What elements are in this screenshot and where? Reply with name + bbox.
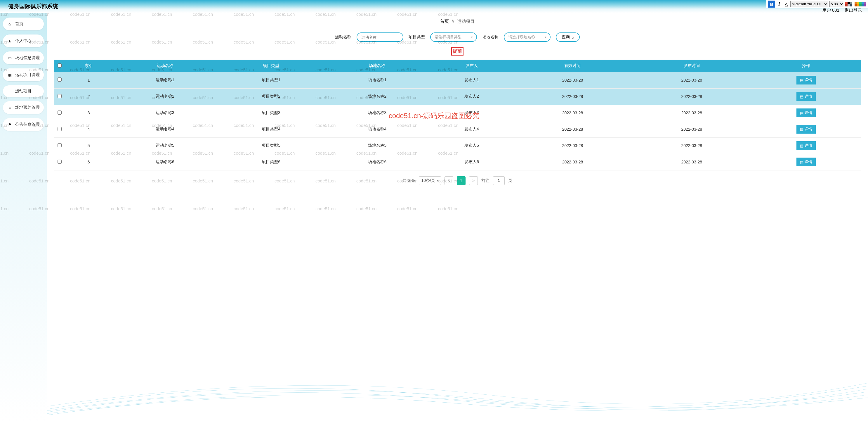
table-header-cell: 项目类型 <box>218 60 324 72</box>
color-swatch[interactable] <box>855 2 857 4</box>
sidebar-item[interactable]: ⚑公告信息管理⌄ <box>3 118 44 131</box>
prev-page-button[interactable]: < <box>444 176 453 185</box>
detail-button[interactable]: ▤详情 <box>797 92 816 101</box>
filter-type-label: 项目类型 <box>409 34 425 40</box>
detail-button[interactable]: ▤详情 <box>797 125 816 134</box>
chevron-down-icon: ▾ <box>471 35 473 39</box>
color-swatch[interactable] <box>862 4 864 6</box>
table-header-cell: 发布时间 <box>632 60 751 72</box>
row-checkbox[interactable] <box>58 78 62 82</box>
data-table: 索引运动名称项目类型场地名称发布人有效时间发布时间操作 1运动名称1项目类型1场… <box>54 60 861 170</box>
sidebar-item[interactable]: ▲个人中心⌄ <box>3 34 44 47</box>
detail-button[interactable]: ▤详情 <box>797 141 816 150</box>
color-swatch[interactable] <box>859 2 862 4</box>
pagination-total: 共 6 条 <box>402 178 415 183</box>
table-cell: ▤详情 <box>751 154 861 170</box>
color-swatch[interactable] <box>850 4 852 6</box>
breadcrumb-sep: // <box>452 19 454 24</box>
color-swatch[interactable] <box>852 2 855 4</box>
table-cell: 项目类型1 <box>218 72 324 88</box>
table-header-cell: 操作 <box>751 60 861 72</box>
row-checkbox[interactable] <box>58 111 62 115</box>
color-swatch[interactable] <box>862 2 864 4</box>
table-cell: 2022-03-28 <box>632 137 751 154</box>
font-color-button[interactable]: A <box>783 1 789 7</box>
filter-name-input[interactable] <box>356 32 403 42</box>
color-swatch[interactable] <box>845 4 847 6</box>
color-swatch[interactable] <box>864 2 866 4</box>
select-all-checkbox[interactable] <box>58 63 62 67</box>
filter-type-select[interactable]: 请选择项目类型▾ <box>430 32 477 42</box>
detail-button[interactable]: ▤详情 <box>797 158 816 166</box>
sidebar-item[interactable]: ▦运动项目管理⌄ <box>3 68 44 81</box>
advance-badge: 提前 <box>451 47 464 56</box>
table-cell: 运动名称5 <box>112 137 218 154</box>
goto-suffix: 页 <box>508 178 512 183</box>
table-cell: 运动名称2 <box>112 88 218 105</box>
sidebar-item[interactable]: ≡场地预约管理⌄ <box>3 101 44 114</box>
filter-venue-select[interactable]: 请选择场地名称▾ <box>504 32 551 42</box>
color-swatch[interactable] <box>859 4 862 6</box>
table-body: 1运动名称1项目类型1场地名称1发布人12022-03-282022-03-28… <box>54 72 861 170</box>
bold-button[interactable]: B <box>768 1 775 8</box>
font-family-select[interactable]: Microsoft YaHei UI <box>790 1 828 7</box>
page-size-select[interactable]: 10条/页▾ <box>419 176 441 185</box>
row-checkbox[interactable] <box>58 143 62 147</box>
table-cell: 2022-03-28 <box>513 154 632 170</box>
table-cell: 发布人5 <box>430 137 513 154</box>
breadcrumb-home[interactable]: 首页 <box>440 19 449 24</box>
next-page-button[interactable]: > <box>469 176 478 185</box>
filter-name-label: 运动名称 <box>335 34 351 40</box>
color-swatch[interactable] <box>847 2 850 4</box>
color-swatch[interactable] <box>857 4 859 6</box>
color-swatch[interactable] <box>845 2 847 4</box>
row-checkbox[interactable] <box>58 127 62 131</box>
row-checkbox[interactable] <box>58 94 62 98</box>
table-cell: 场地名称5 <box>324 137 430 154</box>
detail-icon: ▤ <box>800 111 803 115</box>
color-swatch[interactable] <box>847 4 850 6</box>
detail-button[interactable]: ▤详情 <box>797 109 816 117</box>
sidebar-sub-item[interactable]: 运动项目 <box>3 85 44 97</box>
sidebar-item[interactable]: ▭场地信息管理⌄ <box>3 52 44 64</box>
query-button[interactable]: 查询⌕ <box>556 32 580 42</box>
list-icon: ≡ <box>7 105 12 110</box>
color-swatch[interactable] <box>855 4 857 6</box>
sidebar-item-label: 运动项目管理 <box>15 72 40 78</box>
table-header-cell <box>54 60 65 72</box>
table-cell: 项目类型3 <box>218 105 324 121</box>
sidebar-item[interactable]: ⌂首页 <box>3 18 44 30</box>
detail-button[interactable]: ▤详情 <box>797 76 816 84</box>
goto-page-input[interactable] <box>493 176 505 185</box>
table-cell: 发布人3 <box>430 105 513 121</box>
table-header-cell: 索引 <box>65 60 112 72</box>
filter-bar: 运动名称 项目类型 请选择项目类型▾ 场地名称 请选择场地名称▾ 查询⌕ <box>54 32 861 42</box>
table-cell: 场地名称1 <box>324 72 430 88</box>
grid-icon: ▦ <box>7 72 12 78</box>
sidebar-item-label: 场地预约管理 <box>15 105 40 110</box>
color-swatch[interactable] <box>852 4 855 6</box>
breadcrumb-current: 运动项目 <box>457 19 474 24</box>
row-checkbox[interactable] <box>58 160 62 164</box>
logout-link[interactable]: 退出登录 <box>845 8 862 13</box>
color-swatches[interactable] <box>845 2 866 6</box>
table-cell: 场地名称4 <box>324 121 430 137</box>
chevron-down-icon: ⌄ <box>37 73 40 77</box>
color-swatch[interactable] <box>850 2 852 4</box>
table-cell: 项目类型6 <box>218 154 324 170</box>
font-size-select[interactable]: 5.88 <box>830 1 844 7</box>
table-row: 3运动名称3项目类型3场地名称3发布人32022-03-282022-03-28… <box>54 105 861 121</box>
italic-button[interactable]: I <box>776 1 782 7</box>
home-icon: ⌂ <box>7 21 12 27</box>
table-cell: 场地名称2 <box>324 88 430 105</box>
color-swatch[interactable] <box>864 4 866 6</box>
page-number-button[interactable]: 1 <box>457 176 466 185</box>
color-swatch[interactable] <box>857 2 859 4</box>
sidebar: ⌂首页▲个人中心⌄▭场地信息管理⌄▦运动项目管理⌄运动项目≡场地预约管理⌄⚑公告… <box>0 13 47 421</box>
main-content: 首页 // 运动项目 运动名称 项目类型 请选择项目类型▾ 场地名称 请选择场地… <box>47 13 868 421</box>
table-header-cell: 有效时间 <box>513 60 632 72</box>
current-user[interactable]: 用户 001 <box>822 8 839 13</box>
editor-toolbar: B I A Microsoft YaHei UI 5.88 <box>766 0 868 8</box>
chevron-down-icon: ▾ <box>437 179 438 182</box>
table-row: 6运动名称6项目类型6场地名称6发布人62022-03-282022-03-28… <box>54 154 861 170</box>
